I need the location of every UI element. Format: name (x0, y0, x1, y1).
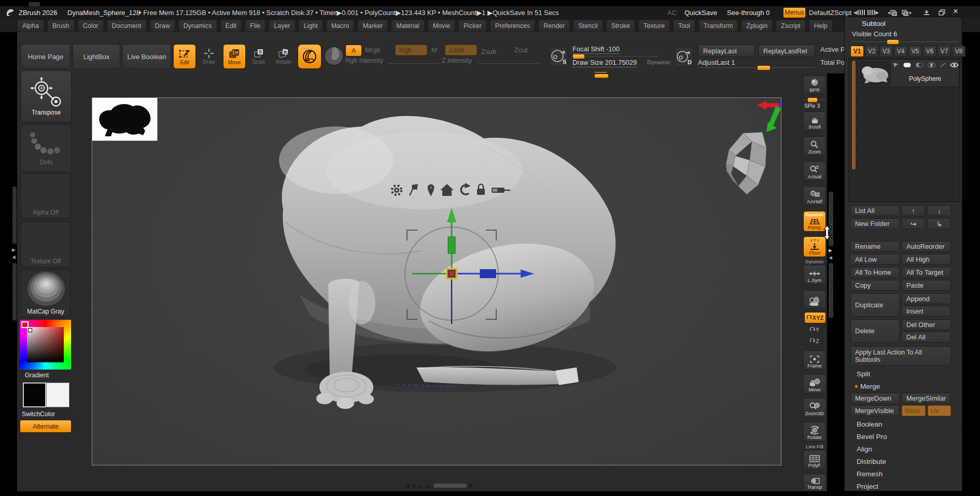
home-page-button[interactable]: Home Page (21, 44, 71, 69)
aahalf-button[interactable]: AAHalf (803, 186, 826, 206)
menu-marker[interactable]: Marker (357, 20, 388, 32)
color-picker[interactable] (20, 320, 71, 370)
polymesh-head-model[interactable] (726, 132, 766, 194)
canvas-bottom-divider[interactable] (405, 483, 473, 488)
move-down-button[interactable]: ↓ (928, 205, 951, 216)
alpha-preview-thumbnail[interactable] (92, 97, 158, 141)
panel-stack-right-icon[interactable] (901, 9, 913, 17)
rename-button[interactable]: Rename (850, 241, 900, 252)
a-toggle-button[interactable]: A (345, 45, 362, 56)
subtool-panel-title[interactable]: Subtool (862, 20, 886, 27)
right-splitter-open-icon[interactable]: ▶ (829, 248, 832, 253)
draw-mode-button[interactable]: Draw (198, 44, 220, 68)
tab-v2[interactable]: V2 (865, 46, 878, 57)
z-intensity-slider[interactable]: Z Intensity (442, 57, 472, 64)
menu-preferences[interactable]: Preferences (490, 20, 535, 32)
menu-light[interactable]: Light (299, 20, 323, 32)
all-to-target-button[interactable]: All To Target (902, 267, 951, 278)
menu-help[interactable]: Help (809, 20, 833, 32)
visible-count-track[interactable] (851, 41, 958, 42)
duplicate-button[interactable]: Duplicate (850, 293, 900, 317)
adjust-last-track[interactable] (698, 67, 815, 68)
menu-dynamics[interactable]: Dynamics (178, 20, 217, 32)
menu-file[interactable]: File (245, 20, 265, 32)
rotate-mode-button[interactable]: R Rotate (273, 44, 295, 68)
merge-section[interactable]: Merge (849, 380, 961, 392)
menu-stroke[interactable]: Stroke (606, 20, 635, 32)
tab-v6[interactable]: V6 (923, 46, 936, 57)
scale-mode-button[interactable]: S Scale (248, 44, 270, 68)
canvas-viewport[interactable] (92, 97, 781, 465)
insert-button[interactable]: Insert (902, 306, 951, 317)
subtool-item-polysphere[interactable]: PolySphere (858, 59, 959, 87)
mrgb-label[interactable]: Mrgb (365, 46, 381, 54)
tab-v7[interactable]: V7 (937, 46, 951, 57)
close-button[interactable]: × (953, 6, 958, 17)
right-splitter-lower[interactable] (829, 263, 833, 318)
distribute-section[interactable]: Distribute (849, 456, 961, 467)
alpha-selector-button[interactable]: Alpha Off (21, 173, 71, 219)
restore-button[interactable] (939, 9, 946, 16)
new-folder-button[interactable]: New Folder (850, 218, 900, 229)
all-high-button[interactable]: All High (902, 254, 951, 265)
move-mode-button[interactable]: M Move (223, 44, 246, 69)
rotate-z-button[interactable]: Z (804, 337, 825, 345)
rgb-intensity-track[interactable] (388, 63, 439, 64)
menu-material[interactable]: Material (391, 20, 424, 32)
list-all-button[interactable]: List All (850, 205, 900, 216)
menu-texture[interactable]: Texture (638, 20, 670, 32)
transpose-brush-button[interactable]: Transpose (21, 70, 72, 122)
draw-size-slider[interactable]: Draw Size 201.75029 (572, 59, 637, 67)
menu-movie[interactable]: Movie (428, 20, 455, 32)
bpr-render-button[interactable]: BPR (803, 76, 826, 94)
apply-last-action-button[interactable]: Apply Last Action To All Subtools (850, 346, 951, 366)
menu-tool[interactable]: Tool (673, 20, 695, 32)
menu-transform[interactable]: Transform (698, 20, 738, 32)
eye-icon[interactable] (950, 62, 959, 68)
split-section[interactable]: Split (849, 368, 961, 380)
polyframe-button[interactable]: PolyF (803, 450, 826, 470)
menu-document[interactable]: Document (107, 20, 147, 32)
zoom-button[interactable]: Zoom (803, 136, 826, 156)
main-color-swatch[interactable] (23, 382, 46, 407)
zsub-label[interactable]: Zsub (481, 48, 496, 55)
del-other-button[interactable]: Del Other (902, 319, 951, 330)
move-up-button[interactable]: ↑ (902, 205, 925, 216)
live-boolean-button[interactable]: Live Boolean (122, 44, 171, 69)
see-through-slider[interactable]: See-through 0 (727, 9, 769, 17)
left-splitter-open-icon[interactable]: ▶ (12, 247, 16, 252)
scroll-button[interactable]: Scroll (803, 111, 826, 131)
zcut-label[interactable]: Zcut (514, 46, 527, 54)
frame-button[interactable]: Frame (803, 350, 826, 370)
panel-stack-left-icon[interactable] (887, 9, 898, 17)
merge-down-button[interactable]: MergeDown (850, 393, 900, 404)
left-splitter[interactable] (12, 187, 17, 244)
tab-v8[interactable]: V8 (952, 46, 965, 57)
bevel-pro-section[interactable]: Bevel Pro (849, 431, 961, 443)
visible-count-slider[interactable]: Visible Count 6 (852, 30, 897, 38)
axis-orientation-widget[interactable] (757, 101, 781, 132)
tab-v5[interactable]: V5 (908, 46, 922, 57)
autoreorder-button[interactable]: AutoReorder (902, 241, 951, 252)
tab-v3[interactable]: V3 (879, 46, 893, 57)
stroke-dots-button[interactable]: Dots (21, 124, 72, 172)
menu-color[interactable]: Color (78, 20, 104, 32)
canvas-scrollbar-handle[interactable] (594, 74, 609, 78)
rotate-xyz-button[interactable]: XYZ (804, 312, 826, 323)
curve-mode-button[interactable]: D (674, 47, 694, 67)
adjust-last-handle[interactable] (757, 65, 771, 70)
menus-button[interactable]: Menus (783, 7, 806, 18)
rotate-canvas-button[interactable]: Rotate (803, 422, 826, 442)
z-intensity-track[interactable] (478, 63, 539, 64)
rotate-y-button[interactable]: Y (804, 325, 825, 334)
tab-v4[interactable]: V4 (894, 46, 907, 57)
boolean-section[interactable]: Boolean (849, 418, 961, 430)
right-splitter-close-icon[interactable]: ◀ (829, 255, 832, 260)
default-zscript-button[interactable]: DefaultZScript (809, 9, 851, 17)
all-low-button[interactable]: All Low (850, 254, 900, 265)
rgb-intensity-slider[interactable]: Rgb Intensity (345, 57, 383, 64)
boolean-union-icon[interactable] (903, 62, 912, 68)
visible-count-handle[interactable] (887, 39, 899, 45)
spix-handle[interactable] (807, 97, 818, 103)
gradient-label[interactable]: Gradient (25, 372, 49, 379)
